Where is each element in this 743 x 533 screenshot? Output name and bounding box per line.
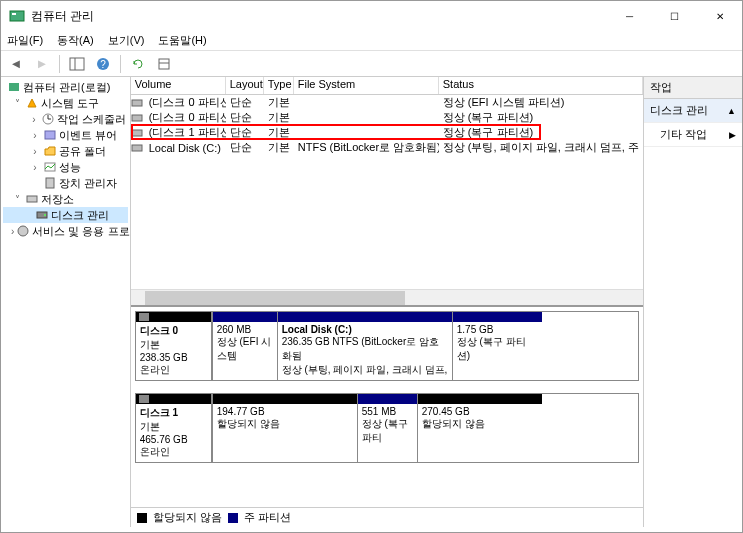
tree-task-scheduler[interactable]: ›작업 스케줄러 xyxy=(3,111,128,127)
nav-tree[interactable]: 컴퓨터 관리(로컬) ˅시스템 도구 ›작업 스케줄러 ›이벤트 뷰어 ›공유 … xyxy=(1,77,131,527)
actions-section-diskmgmt[interactable]: 디스크 관리▲ xyxy=(644,99,742,123)
show-hide-button[interactable] xyxy=(66,53,88,75)
partition[interactable]: 270.45 GB할당되지 않음 xyxy=(417,394,542,462)
menu-action[interactable]: 동작(A) xyxy=(57,33,94,48)
menu-help[interactable]: 도움말(H) xyxy=(158,33,206,48)
svg-point-18 xyxy=(18,226,28,236)
disk-info: 디스크 1기본465.76 GB온라인 xyxy=(136,394,212,462)
svg-rect-22 xyxy=(132,145,142,151)
settings-button[interactable] xyxy=(153,53,175,75)
svg-rect-0 xyxy=(10,11,24,21)
volume-row[interactable]: (디스크 0 파티션 1)단순기본정상 (EFI 시스템 파티션) xyxy=(131,95,643,110)
tree-performance[interactable]: ›성능 xyxy=(3,159,128,175)
partition[interactable]: 194.77 GB할당되지 않음 xyxy=(212,394,357,462)
menu-view[interactable]: 보기(V) xyxy=(108,33,145,48)
svg-rect-8 xyxy=(9,83,19,91)
disk-1[interactable]: 디스크 1기본465.76 GB온라인194.77 GB할당되지 않음551 M… xyxy=(135,393,639,463)
actions-more[interactable]: 기타 작업▶ xyxy=(644,123,742,147)
volume-row[interactable]: (디스크 1 파티션 2)단순기본정상 (복구 파티션) xyxy=(131,125,643,140)
svg-point-17 xyxy=(44,214,46,216)
svg-rect-6 xyxy=(159,59,169,69)
help-button[interactable]: ? xyxy=(92,53,114,75)
svg-rect-15 xyxy=(27,196,37,202)
col-layout[interactable]: Layout xyxy=(226,77,264,94)
tree-event-viewer[interactable]: ›이벤트 뷰어 xyxy=(3,127,128,143)
minimize-button[interactable]: ─ xyxy=(607,1,652,31)
volume-row[interactable]: Local Disk (C:)단순기본NTFS (BitLocker로 암호화됨… xyxy=(131,140,643,155)
maximize-button[interactable]: ☐ xyxy=(652,1,697,31)
volume-list-header: Volume Layout Type File System Status xyxy=(131,77,643,95)
actions-header: 작업 xyxy=(644,77,742,99)
partition[interactable]: 1.75 GB정상 (복구 파티션) xyxy=(452,312,542,380)
volume-list[interactable]: (디스크 0 파티션 1)단순기본정상 (EFI 시스템 파티션)(디스크 0 … xyxy=(131,95,643,289)
tree-system-tools[interactable]: ˅시스템 도구 xyxy=(3,95,128,111)
col-type[interactable]: Type xyxy=(264,77,294,94)
svg-rect-20 xyxy=(132,115,142,121)
svg-rect-12 xyxy=(45,131,55,139)
disk-map[interactable]: 디스크 0기본238.35 GB온라인260 MB정상 (EFI 시스템Loca… xyxy=(131,307,643,507)
col-volume[interactable]: Volume xyxy=(131,77,226,94)
svg-rect-19 xyxy=(132,100,142,106)
window-title: 컴퓨터 관리 xyxy=(31,8,607,25)
tree-disk-management[interactable]: 디스크 관리 xyxy=(3,207,128,223)
svg-text:?: ? xyxy=(100,59,106,70)
app-icon xyxy=(9,8,25,24)
partition[interactable]: 551 MB정상 (복구 파티 xyxy=(357,394,417,462)
refresh-button[interactable] xyxy=(127,53,149,75)
svg-rect-2 xyxy=(70,58,84,70)
col-filesystem[interactable]: File System xyxy=(294,77,439,94)
tree-shared-folders[interactable]: ›공유 폴더 xyxy=(3,143,128,159)
tree-device-manager[interactable]: 장치 관리자 xyxy=(3,175,128,191)
back-button[interactable]: ◄ xyxy=(5,53,27,75)
close-button[interactable]: ✕ xyxy=(697,1,742,31)
disk-0[interactable]: 디스크 0기본238.35 GB온라인260 MB정상 (EFI 시스템Loca… xyxy=(135,311,639,381)
disk-info: 디스크 0기본238.35 GB온라인 xyxy=(136,312,212,380)
volume-scrollbar[interactable] xyxy=(131,289,643,305)
svg-rect-1 xyxy=(12,13,16,15)
forward-button[interactable]: ► xyxy=(31,53,53,75)
legend: 할당되지 않음 주 파티션 xyxy=(131,507,643,527)
svg-rect-21 xyxy=(132,130,142,136)
menu-file[interactable]: 파일(F) xyxy=(7,33,43,48)
partition[interactable]: Local Disk (C:)236.35 GB NTFS (BitLocker… xyxy=(277,312,452,380)
tree-root[interactable]: 컴퓨터 관리(로컬) xyxy=(3,79,128,95)
col-status[interactable]: Status xyxy=(439,77,643,94)
tree-storage[interactable]: ˅저장소 xyxy=(3,191,128,207)
tree-services-apps[interactable]: ›서비스 및 응용 프로그램 xyxy=(3,223,128,239)
volume-row[interactable]: (디스크 0 파티션 4)단순기본정상 (복구 파티션) xyxy=(131,110,643,125)
partition[interactable]: 260 MB정상 (EFI 시스템 xyxy=(212,312,277,380)
svg-rect-14 xyxy=(46,178,54,188)
